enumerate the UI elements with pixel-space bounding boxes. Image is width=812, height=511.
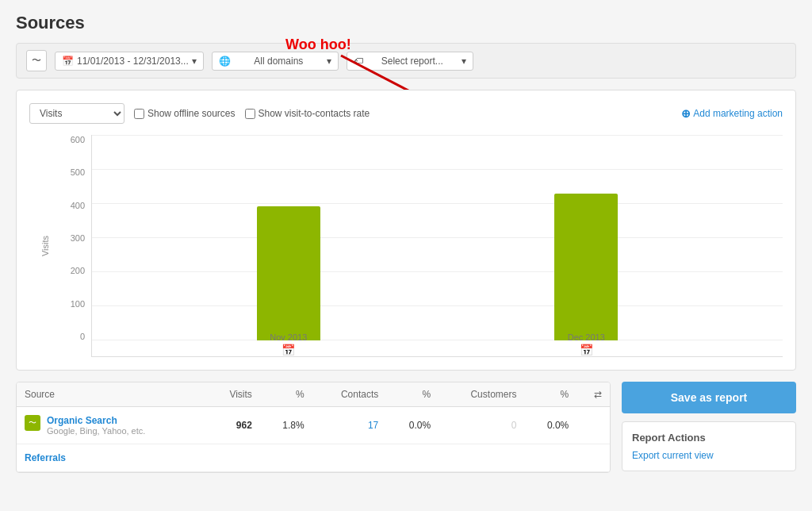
offline-sources-checkbox[interactable] [134, 109, 144, 119]
col-header-customers: Customers [439, 382, 524, 407]
dec-2013-label: Dec 2013 [568, 332, 605, 342]
data-table: Source Visits % Contacts % Customers % ⇄ [16, 382, 611, 473]
export-current-view-link[interactable]: Export current view [632, 450, 786, 461]
report-actions-box: Report Actions Export current view [622, 421, 796, 471]
chevron-down-icon-3: ▾ [462, 56, 466, 67]
report-actions-title: Report Actions [632, 432, 786, 444]
bar-dec-2013[interactable] [554, 194, 618, 340]
source-cell: 〜 Organic Search Google, Bing, Yahoo, et… [17, 407, 207, 444]
domains-label: All domains [254, 56, 303, 67]
add-marketing-action-button[interactable]: ⊕ Add marketing action [681, 107, 783, 120]
visit-to-contacts-checkbox-label[interactable]: Show visit-to-contacts rate [245, 108, 370, 119]
col-header-actions[interactable]: ⇄ [576, 382, 610, 407]
globe-icon: 🌐 [219, 56, 231, 67]
organic-customers: 0 [439, 407, 524, 444]
organic-search-icon: 〜 [25, 415, 40, 431]
visit-to-contacts-checkbox[interactable] [245, 109, 255, 119]
woo-hoo-label: Woo hoo! [285, 36, 351, 53]
sidebar: Save as report Report Actions Export cur… [622, 382, 796, 473]
referrals-cell: Referrals [17, 444, 610, 472]
nov-calendar-icon[interactable]: 📅 [282, 344, 295, 356]
tag-icon: 🏷 [354, 56, 363, 67]
offline-sources-checkbox-label[interactable]: Show offline sources [134, 108, 236, 119]
col-header-visits-pct: % [260, 382, 312, 407]
bar-group-dec [554, 194, 618, 340]
col-header-contacts-pct: % [386, 382, 439, 407]
bar-group-nov [257, 206, 320, 340]
chart-area: Visits Show offline sources Show visit-t… [16, 90, 796, 371]
chevron-down-icon: ▾ [192, 56, 197, 67]
referrals-link[interactable]: Referrals [25, 452, 66, 463]
bars-container [92, 135, 783, 340]
x-label-dec: Dec 2013 📅 [568, 332, 605, 356]
organic-customers-pct: 0.0% [524, 407, 576, 444]
col-header-visits: Visits [207, 382, 260, 407]
select-report-dropdown[interactable]: 🏷 Select report... ▾ [347, 52, 473, 71]
organic-contacts: 17 [312, 407, 387, 444]
organic-contacts-pct: 0.0% [386, 407, 439, 444]
y-axis: 600 500 400 300 200 100 0 [61, 135, 85, 357]
trend-icon: 〜 [32, 54, 41, 67]
col-header-contacts: Contacts [312, 382, 387, 407]
organic-visits: 962 [207, 407, 260, 444]
chevron-down-icon-2: ▾ [327, 56, 331, 67]
trend-button[interactable]: 〜 [26, 50, 47, 71]
dec-calendar-icon[interactable]: 📅 [580, 344, 593, 356]
domains-dropdown[interactable]: 🌐 All domains ▾ [212, 52, 339, 71]
metric-select[interactable]: Visits [29, 103, 124, 124]
select-report-label: Select report... [381, 56, 443, 67]
organic-actions [576, 407, 610, 444]
table-row: Referrals [17, 444, 610, 472]
bottom-section: Source Visits % Contacts % Customers % ⇄ [16, 382, 796, 473]
bar-nov-2013[interactable] [257, 206, 320, 340]
x-labels: Nov 2013 📅 Dec 2013 📅 [92, 332, 783, 356]
plus-icon: ⊕ [681, 107, 691, 120]
y-axis-label: Visits [40, 236, 50, 256]
chart-plot: Nov 2013 📅 Dec 2013 📅 [91, 135, 783, 357]
page-title: Sources [16, 13, 796, 33]
organic-visits-pct: 1.8% [260, 407, 312, 444]
col-header-customers-pct: % [524, 382, 576, 407]
save-report-button[interactable]: Save as report [622, 382, 796, 413]
calendar-icon: 📅 [62, 56, 74, 67]
table-header-row: Source Visits % Contacts % Customers % ⇄ [17, 382, 610, 407]
chart-controls: Visits Show offline sources Show visit-t… [29, 103, 783, 124]
organic-search-link[interactable]: Organic Search [47, 415, 145, 426]
nov-2013-label: Nov 2013 [270, 332, 307, 342]
x-label-nov: Nov 2013 📅 [270, 332, 307, 356]
table-row: 〜 Organic Search Google, Bing, Yahoo, et… [17, 407, 610, 444]
date-range-label: 11/01/2013 - 12/31/2013... [77, 56, 189, 67]
date-range-dropdown[interactable]: 📅 11/01/2013 - 12/31/2013... ▾ [55, 52, 204, 71]
organic-search-desc: Google, Bing, Yahoo, etc. [47, 426, 145, 436]
toolbar: 〜 📅 11/01/2013 - 12/31/2013... ▾ 🌐 All d… [16, 43, 796, 79]
col-header-source: Source [17, 382, 207, 407]
